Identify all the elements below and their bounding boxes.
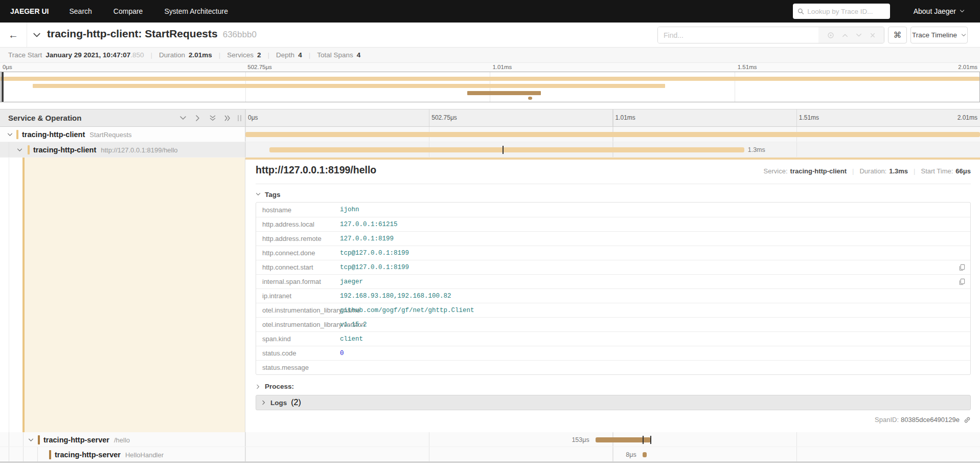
trace-id-lookup-input[interactable] [807,8,885,15]
span-bar[interactable] [643,452,646,457]
ruler-tick-label: 2.01ms [958,114,980,121]
span-name-cell[interactable]: tracing-http-clientStartRequests [0,127,245,142]
tag-value: jaeger [340,278,363,285]
tag-value: 127.0.0.1:8199 [340,235,394,242]
logs-accordion-header[interactable]: Logs (2) [256,395,971,410]
span-duration-label: 153μs [572,436,592,443]
summary-label: Trace Start [8,51,42,59]
span-row[interactable]: tracing-http-clientStartRequests [0,127,980,142]
service-name: tracing-http-clienthttp://127.0.0.1:8199… [33,146,178,154]
span-timeline-cell[interactable]: 8μs [245,447,980,461]
span-duration-label: 8μs [626,451,640,458]
chevron-down-icon [256,192,261,197]
tag-key: http.connect.done [262,249,340,257]
span-timeline-cell[interactable] [245,127,980,142]
prev-result-chevron-up-icon[interactable] [842,32,848,38]
tags-accordion-header[interactable]: Tags [256,189,971,199]
collapse-one-chevron-down-icon[interactable] [179,115,187,122]
span-timeline-cell[interactable]: 153μs [245,432,980,447]
about-jaeger-menu[interactable]: About Jaeger [914,7,965,15]
span-name-cell[interactable]: tracing-http-server/hello [0,432,245,447]
indent-guide [9,447,9,461]
trace-id-lookup[interactable] [793,4,890,19]
back-button[interactable]: ← [0,23,27,47]
nav-item[interactable]: System Architecture [164,7,228,15]
copy-icon[interactable] [959,278,965,285]
view-selector-button[interactable]: Trace Timeline [910,27,968,43]
process-accordion-header[interactable]: Process: [256,382,971,391]
ruler-tick-label: 502.75μs [429,114,457,121]
tag-value: github.com/gogf/gf/net/ghttp.Client [340,307,474,314]
span-bar[interactable] [269,147,744,152]
selected-span-backdrop [25,158,245,432]
service-name: tracing-http-server/hello [43,436,130,444]
tag-key: http.connect.start [262,263,340,271]
summary-value: 2 [257,51,261,59]
chevron-down-icon[interactable] [17,147,22,153]
log-marker[interactable] [650,436,651,444]
minimap-span-bar [33,84,665,88]
minimap-canvas[interactable] [0,72,980,102]
service-color-block [28,145,30,154]
trace-title: tracing-http-client: StartRequests636bbb… [47,28,257,40]
column-resizer-handle[interactable] [238,115,241,121]
deep-link-icon[interactable] [964,416,971,424]
tags-accordion-label: Tags [265,191,281,198]
tag-key: http.address.remote [262,235,340,242]
detail-meta-item: Duration:1.3ms [847,167,908,175]
tag-row: otel.instrumentation_library.version v1.… [256,317,970,331]
operation-name: HelloHandler [125,451,164,459]
collapse-all-double-chevron-down-icon[interactable] [209,115,216,122]
tag-value: client [340,336,363,343]
trace-summary-bar: Trace StartJanuary 29 2021, 10:47:07.850… [0,48,980,63]
about-jaeger-label: About Jaeger [914,7,956,15]
find-controls [818,27,884,43]
span-id-label: SpanID: [875,416,899,424]
expand-one-chevron-right-icon[interactable] [194,115,201,122]
nav-item[interactable]: Compare [113,7,143,15]
find-input[interactable] [658,27,818,43]
minimap-tick-label: 502.75μs [245,64,272,70]
span-bar[interactable] [245,132,980,137]
collapse-controls [179,115,231,122]
chevron-down-icon[interactable] [28,437,34,443]
span-duration-label: 1.3ms [744,146,765,153]
chevron-down-icon[interactable] [7,132,13,138]
log-marker[interactable] [643,436,644,444]
copy-icon[interactable] [959,264,965,271]
tag-row: ip.intranet 192.168.93.180,192.168.100.8… [256,288,970,303]
chevron-down-icon [961,33,966,38]
log-marker[interactable] [503,146,504,154]
ruler-tick-label: 1.01ms [613,114,635,121]
minimap-viewport-handle[interactable] [2,72,4,102]
span-row-selected[interactable]: tracing-http-clienthttp://127.0.0.1:8199… [0,142,980,158]
span-detail-panel: http://127.0.0.1:8199/hello Service:trac… [245,158,980,432]
tag-key: ip.intranet [262,292,340,300]
span-name-cell[interactable]: tracing-http-serverHelloHandler [0,447,245,461]
tag-row: span.kind client [256,331,970,346]
span-timeline-cell[interactable]: 1.3ms [245,142,980,157]
clear-find-x-icon[interactable] [870,32,876,38]
next-result-chevron-down-icon[interactable] [856,32,862,38]
detail-meta-item: Start Time:66μs [908,167,971,175]
focus-target-icon[interactable] [827,32,834,39]
app-logo[interactable]: JAEGER UI [10,7,49,15]
detail-meta-value: 66μs [955,167,971,175]
span-row[interactable]: tracing-http-server/hello 153μs [0,432,980,447]
indent-guide [9,158,9,432]
minimap-ruler: 0μs 502.75μs 1.01ms 1.51ms 2.01ms [0,63,980,72]
keyboard-shortcuts-button[interactable]: ⌘ [888,27,907,43]
expand-all-double-chevron-right-icon[interactable] [224,115,231,122]
span-detail-title: http://127.0.0.1:8199/hello [256,164,376,176]
trace-summary-item: Trace StartJanuary 29 2021, 10:47:07.850 [8,51,144,59]
service-color-block [16,130,18,139]
tag-value: 0 [340,350,344,357]
process-accordion-label: Process: [265,383,294,390]
nav-item[interactable]: Search [69,7,92,15]
summary-value: January 29 2021, 10:47:07.850 [45,51,144,59]
collapse-trace-chevron-down-icon[interactable] [33,31,41,39]
tag-row: internal.span.format jaeger [256,274,970,288]
trace-summary-item: Services2 [212,51,261,59]
span-row[interactable]: tracing-http-serverHelloHandler 8μs [0,447,980,462]
span-name-cell[interactable]: tracing-http-clienthttp://127.0.0.1:8199… [0,142,245,157]
